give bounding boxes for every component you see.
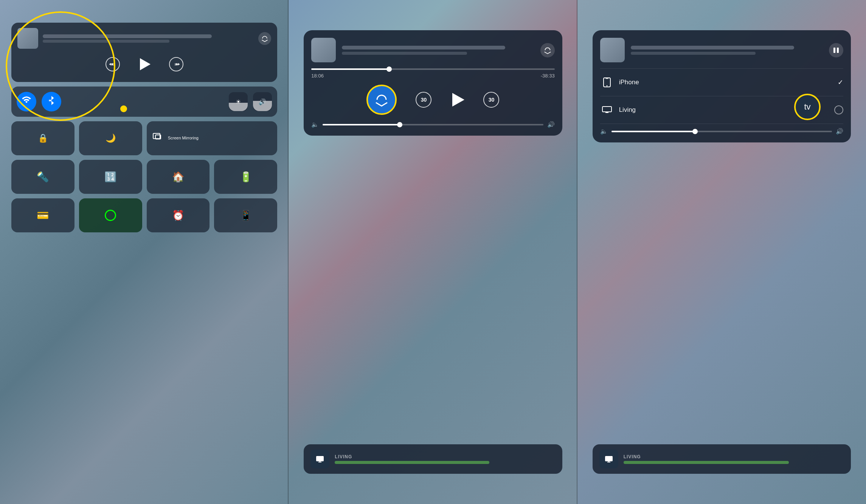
screen-mirroring-button[interactable]: Screen Mirroring <box>147 121 278 155</box>
volume-bar-exp[interactable] <box>323 124 543 125</box>
living-label-panel2: LIVING <box>335 454 555 459</box>
appletv-device-icon-box <box>600 103 614 117</box>
exp-controls: 30 30 <box>311 85 554 115</box>
skip-back-button[interactable]: 30 <box>106 57 120 71</box>
living-info-panel3: LIVING <box>624 454 844 464</box>
skip-back-exp[interactable]: 30 <box>416 92 431 108</box>
panel-control-center: 30 30 <box>0 0 289 504</box>
iphone-device-icon-box <box>600 76 614 89</box>
play-pause-button-sel[interactable] <box>829 43 843 57</box>
media-card-header <box>17 28 271 49</box>
control-grid-row1: 🔒 🌙 Screen Mirroring <box>11 121 277 155</box>
volume-fill-sel <box>611 131 695 132</box>
play-icon <box>140 58 151 70</box>
brightness-slider[interactable]: ☀ <box>229 92 248 111</box>
svg-rect-7 <box>602 107 611 112</box>
volume-thumb-sel <box>692 129 698 134</box>
volume-min-icon: 🔈 <box>311 121 319 128</box>
living-progress-panel3 <box>624 461 789 464</box>
progress-section: 18:06 -38:33 <box>311 68 554 79</box>
control-center-container: 30 30 <box>11 23 277 481</box>
skip-back-exp-icon: 30 <box>421 97 427 103</box>
rotation-lock-button[interactable]: 🔒 <box>11 121 74 155</box>
progress-fill <box>311 68 389 70</box>
rotation-lock-icon: 🔒 <box>38 133 48 143</box>
alarm-icon: ⏰ <box>172 210 184 221</box>
play-button-exp[interactable] <box>450 93 464 107</box>
volume-row-exp: 🔈 🔊 <box>311 121 554 128</box>
do-not-disturb-button[interactable]: 🌙 <box>79 121 142 155</box>
appletv-logo-icon: tv <box>804 102 810 112</box>
appletv-icon-circle: tv <box>794 94 821 120</box>
media-info <box>43 34 254 43</box>
camera-icon <box>105 210 116 221</box>
screen-mirroring-label: Screen Mirroring <box>168 136 199 141</box>
airplay-large-button[interactable] <box>366 85 397 115</box>
svg-point-5 <box>606 85 607 87</box>
panel-airplay-selector: iPhone ✓ Living tv 🔈 <box>577 0 866 504</box>
divider-3 <box>600 124 843 124</box>
living-label-panel3: LIVING <box>624 454 844 459</box>
device-row-iphone[interactable]: iPhone ✓ <box>600 72 843 93</box>
home-button[interactable]: 🏠 <box>147 160 210 194</box>
living-progress-panel2 <box>335 461 489 464</box>
sel-title <box>631 46 794 49</box>
wifi-toggle[interactable] <box>17 92 36 111</box>
play-button[interactable] <box>135 55 154 74</box>
sel-volume-max-icon: 🔊 <box>836 128 843 135</box>
play-icon-exp <box>452 93 464 107</box>
volume-slider[interactable]: 🔊 <box>253 92 272 111</box>
skip-forward-exp[interactable]: 30 <box>483 92 499 108</box>
sel-info <box>631 46 823 55</box>
remote-button[interactable]: 📱 <box>214 198 277 232</box>
bluetooth-toggle[interactable] <box>42 92 61 111</box>
living-appletv-icon-3 <box>599 450 618 468</box>
camera-button[interactable] <box>79 198 142 232</box>
media-subtitle <box>43 40 169 43</box>
screen-mirroring-icon <box>153 133 163 144</box>
airplay-button-expanded[interactable] <box>540 43 555 57</box>
home-icon: 🏠 <box>172 171 184 183</box>
iphone-device-name: iPhone <box>619 79 832 86</box>
device-row-appletv[interactable]: Living tv <box>600 99 843 121</box>
bluetooth-icon <box>47 96 56 108</box>
bottom-grid: 🔦 🔢 🏠 🔋 <box>11 160 277 194</box>
living-card-panel2: LIVING <box>304 444 562 474</box>
volume-thumb-exp <box>397 122 402 127</box>
torch-button[interactable]: 🔦 <box>11 160 74 194</box>
quick-toggles: ☀ 🔊 <box>11 87 277 117</box>
media-exp-subtitle <box>342 52 467 55</box>
media-card: 30 30 <box>11 23 277 82</box>
living-card-panel3: LIVING <box>593 444 851 474</box>
skip-forward-label: 30 <box>174 63 178 66</box>
torch-icon: 🔦 <box>37 171 49 183</box>
wifi-icon <box>22 96 31 108</box>
svg-rect-0 <box>153 133 160 139</box>
wallet-icon: 💳 <box>37 210 49 221</box>
volume-row-sel: 🔈 🔊 <box>600 128 843 135</box>
volume-bar-sel[interactable] <box>611 131 832 132</box>
time-current: 18:06 <box>311 73 324 79</box>
svg-rect-3 <box>837 48 839 53</box>
wallet-button[interactable]: 💳 <box>11 198 74 232</box>
moon-icon: 🌙 <box>106 133 116 143</box>
battery-icon: 🔋 <box>240 171 252 183</box>
iphone-selected-check: ✓ <box>838 78 843 87</box>
appletv-radio-button[interactable] <box>834 105 843 114</box>
remote-icon: 📱 <box>240 210 252 221</box>
volume-fill-exp <box>323 124 400 125</box>
media-controls: 30 30 <box>17 53 271 77</box>
skip-forward-button[interactable]: 30 <box>169 57 183 71</box>
alarm-button[interactable]: ⏰ <box>147 198 210 232</box>
calculator-icon: 🔢 <box>104 171 116 183</box>
living-info-panel2: LIVING <box>335 454 555 464</box>
battery-button[interactable]: 🔋 <box>214 160 277 194</box>
media-expanded-card: 18:06 -38:33 30 30 <box>304 30 562 136</box>
media-exp-header <box>311 38 554 62</box>
sel-thumbnail <box>600 38 625 62</box>
media-exp-title <box>342 46 505 49</box>
progress-bar[interactable] <box>311 68 554 70</box>
skip-forward-exp-icon: 30 <box>489 97 495 103</box>
calculator-button[interactable]: 🔢 <box>79 160 142 194</box>
airplay-button-small[interactable] <box>258 32 271 45</box>
